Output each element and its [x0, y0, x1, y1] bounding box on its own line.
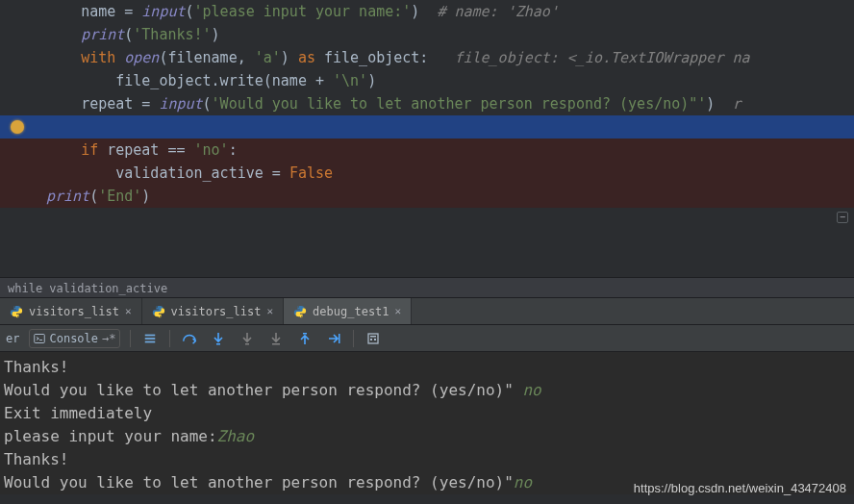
tab-debug-test1[interactable]: debug_test1 ✕ — [284, 298, 412, 324]
t: ) — [411, 3, 437, 20]
console-output[interactable]: Thanks! Would you like to let another pe… — [0, 352, 854, 494]
t: 'no' — [194, 141, 229, 159]
code-line: with open(filename, 'a') as file_object:… — [0, 46, 854, 69]
t: ( — [186, 3, 194, 20]
tab-label: visitors_list — [171, 300, 262, 323]
svg-rect-4 — [216, 343, 220, 345]
t: ) — [141, 188, 150, 205]
code-line: print('End') — [0, 185, 854, 208]
t: input — [141, 3, 185, 20]
t: ) — [367, 72, 376, 89]
t: input — [159, 95, 202, 113]
t: ) — [212, 26, 220, 43]
t — [46, 141, 81, 159]
separator — [353, 330, 354, 347]
breadcrumb[interactable]: while validation_active — [0, 277, 854, 298]
t: ( — [89, 188, 98, 205]
tab-label: debug_test1 — [313, 300, 389, 323]
console-line: please input your name: — [4, 427, 217, 445]
t: 'Would you like to let another person re… — [212, 95, 707, 113]
svg-rect-6 — [272, 343, 280, 345]
t: ) — [281, 49, 298, 66]
t: ( — [203, 95, 212, 113]
svg-rect-1 — [145, 334, 156, 336]
svg-rect-11 — [370, 339, 372, 340]
svg-rect-2 — [145, 338, 156, 340]
svg-rect-12 — [374, 339, 376, 340]
lightbulb-icon[interactable] — [8, 117, 27, 137]
editor-empty-area[interactable]: − — [0, 208, 854, 277]
step-into-icon[interactable] — [209, 329, 228, 348]
step-over-icon[interactable] — [180, 329, 199, 348]
code-line-highlighted: print('Exit immediately') — [0, 115, 854, 139]
t: print — [46, 188, 89, 205]
python-icon — [152, 305, 165, 318]
console-line: Would you like to let another person res… — [4, 381, 522, 399]
step-into-my-code-icon[interactable] — [238, 329, 257, 348]
console-input-echo: no — [514, 473, 532, 491]
chevron-right-icon: →* — [102, 327, 115, 350]
t: ) — [706, 95, 732, 113]
show-frames-icon[interactable] — [140, 329, 160, 348]
force-step-into-icon[interactable] — [266, 329, 286, 348]
tab-label: visitors_list — [29, 300, 119, 323]
inline-hint: r — [732, 95, 741, 113]
t — [46, 72, 115, 89]
t: file_object.write(name + — [115, 72, 333, 89]
python-icon — [293, 305, 307, 318]
svg-rect-5 — [245, 343, 249, 345]
evaluate-expression-icon[interactable] — [364, 329, 383, 348]
close-icon[interactable]: ✕ — [125, 300, 132, 323]
console-line: Would you like to let another person res… — [4, 473, 514, 491]
close-icon[interactable]: ✕ — [395, 300, 402, 323]
t — [46, 95, 81, 113]
debug-toolbar: er Console →* — [0, 325, 854, 352]
t: name = — [81, 3, 141, 20]
t: with — [81, 49, 124, 66]
t: False — [289, 164, 333, 182]
t: open — [124, 49, 159, 66]
t: 'Thanks!' — [133, 26, 211, 43]
breadcrumb-item[interactable]: while validation_active — [8, 282, 167, 295]
console-icon — [34, 333, 45, 344]
inline-comment: # name: 'Zhao' — [437, 3, 558, 20]
svg-rect-9 — [368, 334, 378, 343]
console-tab-button[interactable]: Console →* — [29, 329, 120, 348]
tab-visitors-list-2[interactable]: visitors_list ✕ — [142, 298, 285, 324]
console-label: Console — [49, 327, 98, 350]
svg-rect-8 — [339, 334, 340, 343]
python-icon — [10, 305, 23, 318]
toolbar-left-label: er — [6, 327, 19, 350]
t: if — [81, 141, 107, 159]
t: as — [298, 49, 324, 66]
code-editor[interactable]: name = input('please input your name:') … — [0, 0, 854, 208]
t: repeat == — [107, 141, 193, 159]
t: (filename, — [159, 49, 254, 66]
t: file_object: — [324, 49, 454, 66]
t: : — [229, 141, 238, 159]
t — [46, 49, 81, 66]
svg-rect-7 — [303, 333, 307, 335]
t: ( — [124, 26, 133, 43]
t — [46, 26, 81, 43]
code-line: validation_active = False — [0, 162, 854, 185]
t: 'End' — [98, 188, 141, 205]
t: 'a' — [255, 49, 281, 66]
t: print — [81, 26, 124, 43]
t: 'please input your name:' — [194, 3, 412, 20]
step-out-icon[interactable] — [295, 329, 314, 348]
console-line: Thanks! — [4, 450, 68, 468]
t — [46, 164, 115, 182]
close-icon[interactable]: ✕ — [266, 300, 273, 323]
fold-toggle-icon[interactable]: − — [837, 212, 848, 223]
run-to-cursor-icon[interactable] — [324, 329, 343, 348]
code-line: if repeat == 'no': — [0, 139, 854, 162]
svg-rect-10 — [370, 336, 376, 338]
t: repeat = — [81, 95, 159, 113]
watermark-text: https://blog.csdn.net/weixin_43472408 — [634, 477, 846, 500]
console-input-echo: Zhao — [217, 427, 255, 445]
t — [46, 3, 81, 20]
code-line: print('Thanks!') — [0, 23, 854, 46]
run-tabs: visitors_list ✕ visitors_list ✕ debug_te… — [0, 298, 854, 325]
tab-visitors-list-1[interactable]: visitors_list ✕ — [0, 298, 142, 324]
